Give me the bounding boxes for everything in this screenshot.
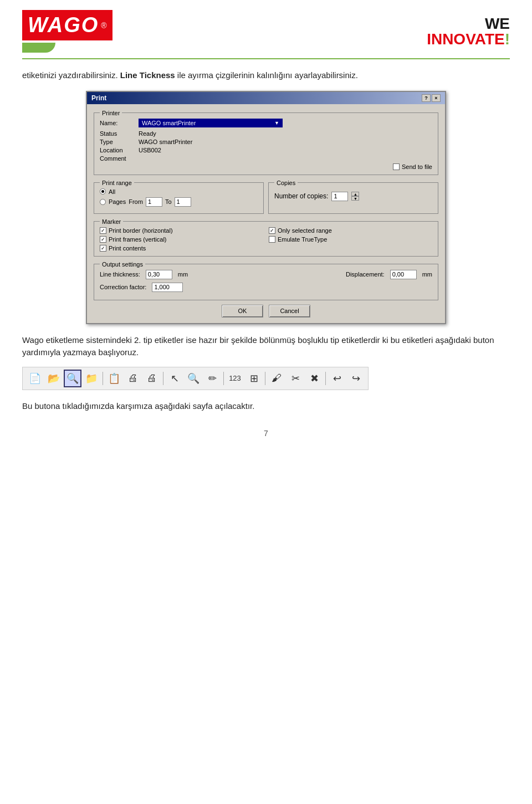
dialog-buttons: OK Cancel bbox=[94, 305, 438, 317]
dialog-title: Print bbox=[91, 94, 106, 102]
line-thickness-input[interactable] bbox=[146, 270, 172, 279]
emulate-truetype-checkbox[interactable] bbox=[269, 236, 275, 243]
all-radio[interactable] bbox=[100, 188, 106, 194]
spin-up-button[interactable]: ▲ bbox=[351, 192, 359, 196]
cancel-button[interactable]: Cancel bbox=[269, 305, 310, 317]
mid-paragraph: Wago etiketleme sistemindeki 2. tip etik… bbox=[22, 334, 510, 359]
num-copies-label: Number of copies: bbox=[274, 192, 328, 200]
printer-select[interactable]: WAGO smartPrinter ▼ bbox=[139, 119, 283, 127]
wago-registered: ® bbox=[101, 21, 106, 30]
paint-btn[interactable]: 🖌 bbox=[268, 370, 285, 387]
scissors-btn[interactable]: ✂ bbox=[287, 370, 304, 387]
output-row2: Correction factor: bbox=[100, 283, 432, 292]
copy-btn[interactable]: 📋 bbox=[105, 370, 123, 387]
redo-btn[interactable]: ↪ bbox=[347, 370, 365, 387]
type-label: Type bbox=[100, 139, 139, 145]
name-label: Name: bbox=[100, 120, 139, 126]
print-frames-checkbox[interactable] bbox=[100, 236, 106, 243]
status-value: Ready bbox=[139, 130, 156, 137]
to-label: To bbox=[165, 198, 172, 205]
close-button[interactable]: × bbox=[432, 94, 441, 102]
dropdown-arrow-icon: ▼ bbox=[274, 120, 279, 126]
print-border-text: Print border (horizontal) bbox=[109, 227, 173, 234]
cursor-btn[interactable]: ↖ bbox=[166, 370, 183, 387]
spin-down-button[interactable]: ▼ bbox=[351, 196, 359, 201]
print-range-group: Print range All Pages From To bbox=[94, 180, 264, 214]
pages-radio[interactable] bbox=[100, 199, 106, 205]
highlight-btn[interactable]: 🔍 bbox=[64, 370, 81, 387]
save-folder-btn[interactable]: 📁 bbox=[83, 370, 100, 387]
print-range-label: Print range bbox=[100, 180, 134, 186]
dialog-titlebar: Print ? × bbox=[87, 92, 445, 104]
location-value: USB002 bbox=[139, 147, 161, 153]
intro-text-after: ile ayırma çizgilerinin kalınlığını ayar… bbox=[175, 70, 358, 80]
comment-label: Comment bbox=[100, 155, 139, 162]
send-to-file-row: Send to file bbox=[100, 163, 432, 170]
to-input[interactable] bbox=[175, 197, 191, 207]
toolbar-separator-5 bbox=[325, 372, 326, 385]
name-row: Name: WAGO smartPrinter ▼ bbox=[100, 119, 432, 127]
new-doc-btn[interactable]: 📄 bbox=[26, 370, 44, 387]
from-label: From bbox=[129, 198, 143, 205]
print-border-checkbox[interactable] bbox=[100, 227, 106, 234]
titlebar-buttons: ? × bbox=[422, 94, 441, 102]
only-selected-text: Only selected range bbox=[278, 227, 332, 234]
emulate-truetype-text: Emulate TrueType bbox=[278, 236, 327, 243]
copies-label: Copies bbox=[274, 180, 298, 186]
print-btn[interactable]: 🖨 bbox=[124, 370, 142, 387]
we-innovate-logo: WE INNOVATE! bbox=[427, 16, 510, 47]
send-to-file-label[interactable]: Send to file bbox=[393, 163, 432, 170]
delete-btn[interactable]: ✖ bbox=[305, 370, 323, 387]
page-number: 7 bbox=[22, 429, 510, 438]
location-label: Location bbox=[100, 147, 139, 153]
print-contents-checkbox[interactable] bbox=[100, 245, 106, 252]
wago-logo-box: WAGO ® bbox=[22, 10, 112, 40]
send-to-file-checkbox[interactable] bbox=[393, 163, 400, 170]
pages-label: Pages bbox=[109, 198, 126, 205]
line-thickness-label: Line thickness: bbox=[100, 271, 140, 278]
marker-grid: Print border (horizontal) Only selected … bbox=[100, 227, 432, 252]
intro-text-before: etiketinizi yazdırabilirsiniz. bbox=[22, 70, 120, 80]
only-selected-checkbox[interactable] bbox=[269, 227, 275, 234]
wago-logo: WAGO ® bbox=[22, 10, 112, 53]
grid-btn[interactable]: ⊞ bbox=[245, 370, 263, 387]
print-border-item[interactable]: Print border (horizontal) bbox=[100, 227, 263, 234]
only-selected-item[interactable]: Only selected range bbox=[269, 227, 432, 234]
marker-label: Marker bbox=[100, 218, 123, 225]
copies-input[interactable] bbox=[331, 192, 348, 201]
help-button[interactable]: ? bbox=[422, 94, 431, 102]
status-row: Status Ready bbox=[100, 130, 432, 137]
ok-button[interactable]: OK bbox=[222, 305, 263, 317]
toolbar-separator-2 bbox=[163, 372, 163, 385]
zoom-btn[interactable]: 🔍 bbox=[185, 370, 202, 387]
we-text: WE bbox=[427, 16, 510, 32]
print-contents-text: Print contents bbox=[109, 245, 146, 252]
intro-paragraph: etiketinizi yazdırabilirsiniz. Line Tick… bbox=[22, 69, 510, 82]
output-row1: Line thickness: mm Displacement: mm bbox=[100, 270, 432, 279]
dialog-content: Printer Name: WAGO smartPrinter ▼ Status… bbox=[87, 104, 445, 323]
toolbar-separator-4 bbox=[265, 372, 265, 385]
numbering-btn[interactable]: 123 bbox=[226, 370, 244, 387]
copies-group: Copies Number of copies: ▲ ▼ bbox=[268, 180, 438, 214]
displacement-input[interactable] bbox=[390, 270, 417, 279]
from-input[interactable] bbox=[146, 197, 162, 207]
innovate-text: INNOVATE! bbox=[427, 32, 510, 47]
print-contents-item[interactable]: Print contents bbox=[100, 245, 263, 252]
preview-btn[interactable]: 🖨 bbox=[143, 370, 161, 387]
all-radio-item: All bbox=[100, 188, 258, 195]
output-label: Output settings bbox=[100, 261, 145, 268]
displacement-label: Displacement: bbox=[346, 271, 385, 278]
wago-text: WAGO bbox=[28, 13, 99, 37]
undo-btn[interactable]: ↩ bbox=[328, 370, 346, 387]
copies-row: Number of copies: ▲ ▼ bbox=[274, 192, 432, 201]
emulate-truetype-item[interactable]: Emulate TrueType bbox=[269, 236, 432, 243]
correction-input[interactable] bbox=[152, 283, 183, 292]
send-to-file-text: Send to file bbox=[402, 163, 432, 170]
open-btn[interactable]: 📂 bbox=[45, 370, 63, 387]
page-header: WAGO ® WE INNOVATE! bbox=[22, 10, 510, 59]
output-settings-group: Output settings Line thickness: mm Displ… bbox=[94, 261, 438, 300]
printer-name-value: WAGO smartPrinter bbox=[142, 120, 196, 126]
toolbar-separator-3 bbox=[223, 372, 224, 385]
edit-btn[interactable]: ✏ bbox=[203, 370, 221, 387]
print-frames-item[interactable]: Print frames (vertical) bbox=[100, 236, 263, 243]
